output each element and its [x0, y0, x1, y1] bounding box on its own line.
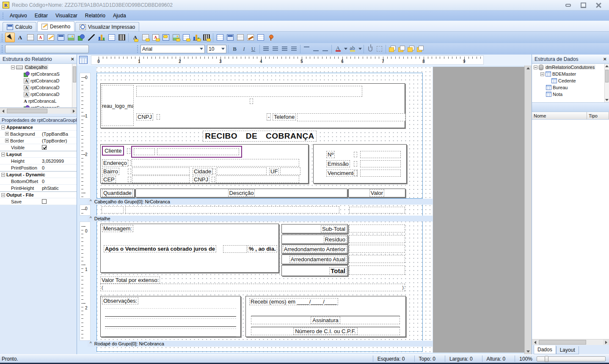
ci-cpf-line[interactable]: Número de C.I. ou C.P.F. — [251, 327, 400, 335]
collapse-toggle[interactable] — [540, 72, 544, 76]
emissao-field[interactable] — [360, 160, 401, 167]
italic-button[interactable]: I — [240, 44, 248, 53]
collapse-band-icon[interactable]: ^ — [90, 342, 92, 346]
cliente-code-field[interactable] — [134, 148, 155, 155]
align-right-button[interactable] — [280, 44, 289, 53]
send-to-back-button[interactable] — [397, 44, 406, 53]
bring-to-front-button[interactable] — [388, 44, 397, 53]
message-box[interactable]: Mensagem: Após o Vencimento será cobrado… — [100, 224, 279, 273]
observation-line[interactable] — [105, 318, 236, 327]
expand-toggle[interactable] — [5, 139, 9, 142]
scroll-left-button[interactable] — [0, 108, 6, 114]
descricao-label[interactable]: Descrição — [228, 189, 255, 197]
prop-row-background[interactable]: Background (TppBandBa — [0, 131, 77, 137]
tool-image[interactable] — [66, 33, 76, 42]
tool-richtext[interactable]: A — [36, 33, 45, 42]
connector-field[interactable] — [354, 152, 357, 157]
tool-dbimage[interactable] — [171, 33, 181, 42]
expand-toggle[interactable] — [5, 132, 9, 136]
receipt-box[interactable]: Recebi (emos) em ____/____/____ Assinatu… — [245, 296, 406, 337]
cidade-field[interactable] — [217, 167, 267, 175]
extenso-label[interactable]: Valor Total por extenso: — [100, 276, 160, 284]
prop-row-save[interactable]: Save — [0, 198, 77, 205]
move-forward-button[interactable] — [406, 44, 415, 53]
numero-field[interactable] — [360, 151, 401, 158]
subtotal-label-box[interactable]: Sub-Total — [281, 224, 348, 233]
fields-list[interactable] — [532, 120, 609, 339]
arred-anterior-field[interactable] — [349, 245, 405, 253]
tool-chart[interactable] — [96, 33, 106, 42]
cliente-fields-selected[interactable] — [131, 146, 242, 158]
style-combo[interactable] — [5, 45, 89, 53]
align-center-button[interactable] — [271, 44, 280, 53]
menu-visualizar[interactable]: Visualizar — [52, 11, 81, 20]
connector-field[interactable] — [128, 169, 131, 174]
collapse-toggle[interactable] — [11, 66, 15, 69]
tool-label[interactable]: A — [15, 33, 25, 42]
invoice-info-box[interactable]: Nº Emissão Vencimento — [313, 144, 407, 183]
align-left-button[interactable] — [262, 44, 270, 53]
uf-label[interactable]: UF — [269, 168, 279, 175]
scroll-left-button[interactable] — [532, 339, 538, 345]
close-button[interactable] — [594, 2, 603, 8]
close-panel-button[interactable]: × — [603, 56, 606, 62]
font-color-dropdown[interactable] — [343, 44, 347, 53]
tree-item-rptcobranca[interactable]: rptCobrancaS — [0, 71, 77, 77]
tree-item-rptcobranca[interactable]: A rptCobrancaD — [0, 77, 77, 84]
scrollbar-thumb[interactable] — [605, 70, 609, 82]
valign-top-button[interactable] — [302, 44, 311, 53]
band-bar-group-header[interactable]: ^ Cabeçalho do Grupo[0]: NrCobranca — [88, 199, 433, 205]
scroll-right-button[interactable] — [71, 108, 77, 114]
minimize-button[interactable] — [563, 2, 573, 8]
total-field[interactable] — [349, 265, 405, 275]
extenso-field[interactable]: ( ) — [100, 284, 405, 291]
move-backward-button[interactable] — [416, 44, 424, 53]
menu-ajuda[interactable]: Ajuda — [110, 11, 130, 20]
tool-memo[interactable] — [25, 33, 35, 42]
zoom-slider-thumb[interactable] — [545, 356, 548, 362]
vencimento-label[interactable]: Vencimento — [326, 170, 358, 177]
tree-item-rptcobranca[interactable]: A rptCobrancaD — [0, 91, 77, 98]
bold-button[interactable]: B — [230, 44, 239, 53]
recebi-label[interactable]: Recebi (emos) em ____/____/____ — [249, 298, 338, 305]
restore-button[interactable] — [579, 2, 588, 8]
valor-header-cell[interactable]: Valor — [348, 189, 405, 197]
emissao-label[interactable]: Emissão — [326, 160, 350, 167]
font-name-combo[interactable]: Arial — [141, 45, 205, 53]
scrollbar-thumb[interactable] — [73, 66, 76, 82]
tool-shape[interactable] — [76, 33, 86, 42]
prop-value[interactable]: 0 — [42, 165, 77, 170]
zoom-slider[interactable] — [537, 356, 606, 361]
descricao-header-cell[interactable]: Descrição — [135, 189, 347, 197]
collapse-band-icon[interactable]: ^ — [90, 200, 92, 204]
uf-field[interactable] — [280, 167, 300, 175]
tool-dbmemo[interactable] — [141, 33, 150, 42]
company-name-field[interactable] — [136, 86, 362, 97]
tool-dbgrid[interactable] — [181, 33, 191, 42]
tree-item-datamodule[interactable]: dmRelatorioCondutores — [532, 64, 609, 71]
tab-dados[interactable]: Dados — [534, 345, 556, 354]
tool-checkpoint[interactable] — [266, 33, 276, 42]
endereco-label[interactable]: Endereço — [102, 159, 128, 167]
observation-line[interactable] — [105, 328, 236, 337]
tool-dbbarcode[interactable] — [201, 33, 211, 42]
cliente-label-selected[interactable]: Cliente — [102, 146, 124, 156]
tool-pagebreak[interactable] — [235, 33, 245, 42]
prop-row-visible[interactable]: Visible — [0, 144, 77, 151]
mensagem-label[interactable]: Mensagem: — [102, 225, 133, 232]
detail-descricao-field[interactable] — [125, 206, 339, 213]
juros-suffix-label[interactable]: % , ao dia. — [248, 245, 277, 252]
tab-layout[interactable]: Layout — [556, 346, 579, 354]
tool-region[interactable] — [215, 33, 225, 42]
prop-row-height[interactable]: Height 3,0520999 — [0, 158, 77, 164]
subtotal-field[interactable] — [349, 224, 405, 233]
tool-subreport[interactable] — [225, 33, 235, 42]
observacoes-label[interactable]: Observações: — [102, 297, 138, 304]
scroll-up-icon[interactable] — [526, 67, 530, 69]
collapse-toggle[interactable] — [1, 173, 5, 177]
cnpj-field[interactable] — [157, 114, 160, 120]
collapse-toggle[interactable] — [1, 193, 5, 197]
valign-bottom-button[interactable] — [321, 44, 330, 53]
valor-label[interactable]: Valor — [369, 189, 384, 197]
tree-item-cabecalho[interactable]: Cabeçalho — [0, 64, 77, 71]
